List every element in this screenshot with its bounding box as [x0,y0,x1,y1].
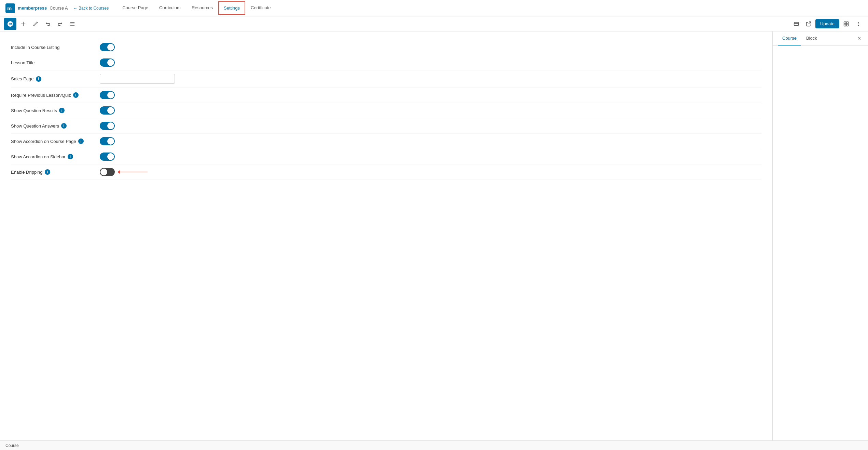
course-name: Course A [50,5,68,11]
red-arrow-indicator [118,170,148,174]
logo-area: m memberpress Course A [5,3,68,13]
svg-rect-8 [844,24,846,26]
setting-label-accordion-course-page: Show Accordion on Course Page i [11,138,100,144]
setting-row-accordion-sidebar: Show Accordion on Sidebar i [11,149,761,164]
setting-row-show-question-answers: Show Question Answers i [11,118,761,134]
svg-rect-7 [846,22,849,24]
status-text: Course [5,443,19,448]
main-layout: Include in Course Listing Lesson Title [0,31,868,440]
tab-curriculum[interactable]: Curriculum [154,0,186,16]
top-nav-tabs: Course Page Curriculum Resources Setting… [117,0,276,16]
red-arrowhead [118,170,120,174]
toggle-wrap-show-question-answers [100,122,115,130]
setting-label-text: Show Question Answers [11,123,59,129]
sales-page-input[interactable] [100,74,175,84]
red-arrow-line [120,172,148,172]
wp-logo-button[interactable] [4,18,16,30]
toggle-wrap-require-previous [100,91,115,99]
setting-row-show-question-results: Show Question Results i [11,103,761,118]
right-panel: Course Block × [772,31,868,440]
update-button[interactable]: Update [815,19,839,28]
setting-label-text: Lesson Title [11,60,35,65]
toggle-show-question-answers[interactable] [100,122,115,130]
setting-label-text: Enable Dripping [11,170,43,175]
toggle-accordion-course-page[interactable] [100,137,115,145]
toggle-show-question-results[interactable] [100,106,115,115]
setting-label-lesson-title: Lesson Title [11,60,100,65]
toggle-wrap-lesson-title [100,58,115,67]
setting-row-accordion-course-page: Show Accordion on Course Page i [11,134,761,149]
svg-rect-3 [70,24,75,24]
settings-panel-button[interactable] [841,18,852,29]
top-bar: m memberpress Course A ← Back to Courses… [0,0,868,16]
right-panel-tab-block[interactable]: Block [802,31,821,45]
setting-row-sales-page: Sales Page i [11,70,761,88]
svg-rect-9 [846,24,849,26]
external-link-button[interactable] [803,18,814,29]
tab-course-page[interactable]: Course Page [117,0,154,16]
setting-label-text: Show Question Results [11,108,57,113]
editor-toolbar: Update [0,16,868,31]
settings-content: Include in Course Listing Lesson Title [0,31,772,440]
setting-label-text: Show Accordion on Course Page [11,139,76,144]
setting-label-enable-dripping: Enable Dripping i [11,169,100,175]
svg-rect-5 [794,22,799,26]
svg-point-10 [858,22,859,23]
edit-button[interactable] [30,18,41,29]
toggle-wrap-accordion-sidebar [100,153,115,161]
toggle-include-course-listing[interactable] [100,43,115,51]
dripping-toggle-row [100,168,148,176]
tab-resources[interactable]: Resources [186,0,218,16]
right-panel-close-button[interactable]: × [856,34,863,43]
toolbar-right: Update [791,18,864,29]
svg-point-12 [858,25,859,26]
redo-button[interactable] [55,18,66,29]
toggle-lesson-title[interactable] [100,58,115,67]
setting-label-text: Require Previous Lesson/Quiz [11,93,71,98]
tab-certificate[interactable]: Certificate [245,0,276,16]
toggle-require-previous[interactable] [100,91,115,99]
svg-rect-2 [70,22,75,23]
toggle-wrap-show-question-results [100,106,115,115]
right-panel-tab-course[interactable]: Course [778,31,801,45]
info-icon-accordion-course-page: i [78,138,84,144]
tab-settings[interactable]: Settings [218,1,245,15]
undo-button[interactable] [42,18,53,29]
more-options-button[interactable] [853,18,864,29]
info-icon-require-previous: i [73,92,79,98]
toggle-accordion-sidebar[interactable] [100,153,115,161]
setting-label-include-course-listing: Include in Course Listing [11,45,100,50]
setting-row-enable-dripping: Enable Dripping i [11,164,761,180]
logo-text: memberpress [18,5,47,11]
preview-button[interactable] [791,18,802,29]
right-panel-tabs: Course Block × [773,31,868,46]
setting-label-require-previous: Require Previous Lesson/Quiz i [11,92,100,98]
svg-point-11 [858,23,859,24]
setting-label-show-question-answers: Show Question Answers i [11,123,100,129]
back-to-courses-link[interactable]: ← Back to Courses [73,6,109,11]
list-view-button[interactable] [67,18,78,29]
toggle-enable-dripping[interactable] [100,168,115,176]
info-icon-enable-dripping: i [45,169,50,175]
memberpress-logo-icon: m [5,3,15,13]
svg-text:m: m [7,5,12,11]
setting-row-require-previous: Require Previous Lesson/Quiz i [11,88,761,103]
svg-rect-6 [844,22,846,24]
info-icon-show-question-results: i [59,108,65,113]
setting-label-text: Show Accordion on Sidebar [11,154,66,159]
setting-label-sales-page: Sales Page i [11,76,100,82]
setting-label-text: Sales Page [11,76,34,81]
svg-rect-4 [70,25,75,26]
info-icon-sales-page: i [36,76,41,82]
setting-row-include-course-listing: Include in Course Listing [11,40,761,55]
status-bar: Course [0,440,868,450]
setting-label-show-question-results: Show Question Results i [11,108,100,113]
setting-label-accordion-sidebar: Show Accordion on Sidebar i [11,154,100,159]
toggle-wrap-include-course-listing [100,43,115,51]
setting-row-lesson-title: Lesson Title [11,55,761,70]
info-icon-show-question-answers: i [61,123,67,129]
toggle-wrap-accordion-course-page [100,137,115,145]
setting-label-text: Include in Course Listing [11,45,59,50]
add-block-button[interactable] [18,18,29,29]
info-icon-accordion-sidebar: i [68,154,73,159]
